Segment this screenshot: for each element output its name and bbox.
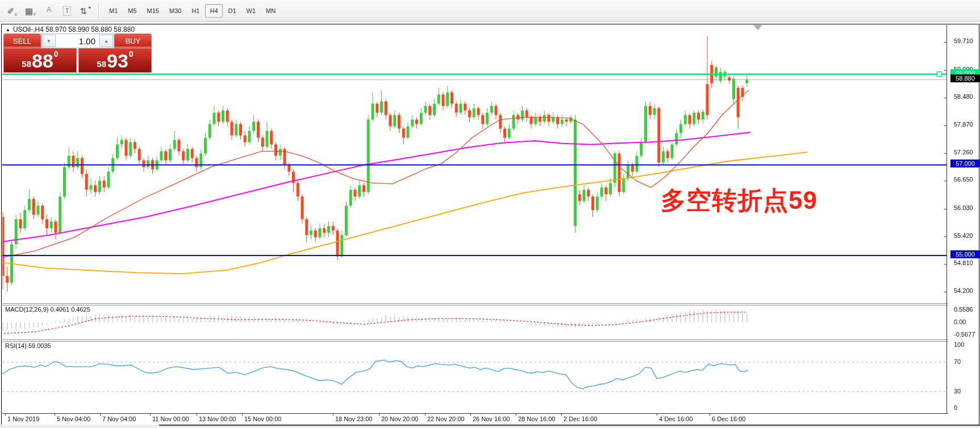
buy-button[interactable]: BUY — [114, 33, 152, 48]
text-box-button[interactable]: T — [59, 3, 75, 18]
volume-input[interactable] — [56, 34, 99, 48]
time-axis-label: 4 Dec 16:00 — [659, 416, 693, 422]
time-axis-label: 2 Dec 16:00 — [564, 416, 597, 422]
macd-indicator-label: MACD(12,26,9) 0.4061 0.4625 — [5, 306, 90, 313]
scroll-position-marker-icon[interactable] — [753, 25, 762, 30]
text-box-icon: T — [63, 6, 72, 16]
tool-sub-label: F — [34, 12, 36, 18]
rsi-scale-label: 70 — [954, 358, 961, 365]
window-bottom-strip — [0, 425, 980, 428]
tf-h1[interactable]: H1 — [187, 4, 204, 18]
chart-canvas[interactable] — [2, 25, 948, 423]
volume-increase-button[interactable]: ▲ — [99, 35, 113, 47]
arrows-icon: ⇅ — [80, 5, 87, 18]
macd-scale-label: -0.5677 — [954, 331, 975, 338]
chart-annotation-text: 多空转折点59 — [661, 184, 818, 217]
price-tick-label: 54.810 — [954, 259, 973, 266]
macd-scale-label: 0.00 — [954, 318, 966, 325]
sell-button[interactable]: SELL — [3, 33, 41, 48]
rsi-scale-label: 0 — [954, 404, 957, 411]
macd-scale-label: 0.5586 — [954, 306, 973, 313]
price-tick-label: 57.870 — [954, 121, 973, 128]
one-click-trade-panel: SELL ▼ ▲ BUY 58880 58930 — [3, 33, 152, 73]
time-axis-label: 7 Nov 04:00 — [102, 416, 136, 422]
draw-indicator-icon[interactable]: ✐E — [5, 3, 20, 18]
rsi-scale-label: 30 — [954, 388, 961, 395]
rsi-indicator-label: RSI(14) 59.0035 — [5, 342, 51, 349]
time-axis-label: 26 Nov 16:00 — [473, 416, 510, 422]
price-tick-label: 56.650 — [954, 176, 973, 183]
tf-d1[interactable]: D1 — [224, 4, 241, 18]
time-axis-label: 18 Nov 23:00 — [335, 416, 372, 422]
price-tick-label: 55.420 — [954, 232, 973, 239]
time-axis-label: 5 Nov 04:00 — [57, 416, 90, 422]
bid-big-digits: 88 — [32, 51, 53, 70]
time-axis-label: 13 Nov 00:00 — [199, 416, 236, 422]
arrows-button[interactable]: ⇅▾ — [77, 3, 93, 18]
tool-sub-label: E — [15, 12, 18, 18]
bottom-strip-divider — [159, 425, 980, 426]
price-level-label: 58.880 — [950, 74, 980, 82]
trendline-handle[interactable] — [937, 72, 942, 77]
price-tick-label: 56.030 — [954, 204, 973, 211]
toolbar-separator — [98, 3, 100, 18]
tf-m1[interactable]: M1 — [105, 4, 122, 18]
sell-price-box[interactable]: 58880 — [3, 48, 77, 73]
time-axis-label: 28 Nov 16:00 — [518, 416, 555, 422]
volume-decrease-button[interactable]: ▼ — [42, 35, 56, 47]
price-level-label: 57.000 — [950, 160, 980, 167]
time-axis-label: 20 Nov 20:00 — [381, 416, 418, 422]
ask-big-digits: 93 — [107, 51, 128, 70]
time-axis-label: 6 Dec 16:00 — [712, 416, 745, 422]
toolbar: ✐E ▦F A T ⇅▾ M1 M5 M15 M30 H1 H4 D1 W1 M… — [0, 0, 980, 22]
text-label-button[interactable]: A — [41, 3, 57, 18]
grid-pattern-icon[interactable]: ▦F — [23, 3, 39, 18]
price-tick-label: 59.710 — [954, 37, 973, 44]
chart-window: ▲ USOil-,H4 58.970 58.990 58.880 58.880 … — [1, 24, 979, 426]
time-axis-label: 22 Nov 20:00 — [427, 416, 464, 422]
tf-m5[interactable]: M5 — [123, 4, 141, 18]
price-tick-label: 54.200 — [954, 287, 973, 294]
ask-prefix: 58 — [97, 59, 106, 69]
rsi-scale-label: 100 — [954, 341, 964, 348]
price-tick-label: 57.260 — [954, 149, 973, 156]
symbol-header: ▲ USOil-,H4 58.970 58.990 58.880 58.880 — [6, 26, 135, 33]
tf-h4-active[interactable]: H4 — [205, 4, 222, 18]
time-axis-label: 11 Nov 00:00 — [152, 416, 189, 422]
tf-mn[interactable]: MN — [261, 4, 280, 18]
grid-icon: ▦ — [25, 5, 33, 18]
tf-m30[interactable]: M30 — [165, 4, 186, 18]
bid-superscript: 0 — [54, 49, 59, 58]
price-tick-label: 58.480 — [954, 93, 973, 100]
text-a-icon: A — [47, 3, 52, 16]
symbol-title: USOil-,H4 58.970 58.990 58.880 58.880 — [13, 26, 135, 33]
buy-price-box[interactable]: 58930 — [78, 48, 152, 73]
tf-m15[interactable]: M15 — [143, 4, 164, 18]
chevron-down-icon: ▾ — [89, 2, 91, 14]
bid-prefix: 58 — [22, 59, 31, 69]
trading-app: ✐E ▦F A T ⇅▾ M1 M5 M15 M30 H1 H4 D1 W1 M… — [0, 0, 980, 428]
time-axis-label: 1 Nov 2019 — [7, 416, 39, 422]
collapse-panel-icon[interactable]: ▲ — [6, 27, 10, 32]
tf-w1[interactable]: W1 — [242, 4, 261, 18]
time-axis-label: 15 Nov 00:00 — [244, 416, 281, 422]
price-level-label: 55.000 — [950, 250, 980, 258]
ask-superscript: 0 — [129, 49, 134, 58]
pencil-icon: ✐ — [7, 5, 15, 18]
volume-spinner: ▼ ▲ — [41, 33, 114, 48]
